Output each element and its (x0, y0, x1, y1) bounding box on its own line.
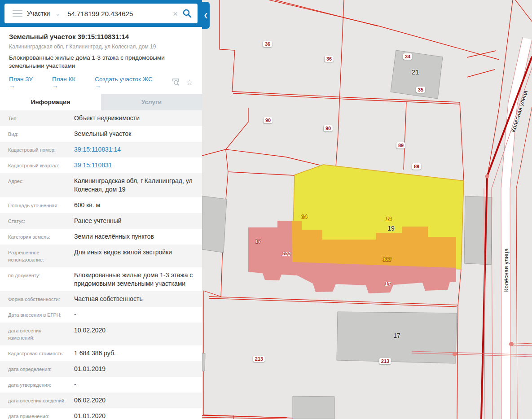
object-address: Калининградская обл, г Калининград, ул К… (9, 44, 193, 50)
object-description: Блокированные жилые дома 1-3 этажа с при… (9, 54, 175, 70)
zoom-document-icon (172, 78, 180, 86)
info-row-value: Объект недвижимости (74, 114, 202, 122)
info-row-value: 10.02.2020 (74, 326, 202, 342)
menu-button[interactable] (13, 9, 22, 18)
create-zhs-link[interactable]: Создать участок ЖС → (95, 76, 160, 89)
road-node-dot (485, 175, 489, 179)
info-row: Статус:Ранее учтенный (0, 213, 202, 229)
info-row-label: Вид: (0, 130, 74, 138)
info-row: Форма собственности:Частная собственност… (0, 291, 202, 307)
zoom-to-object-button[interactable] (172, 78, 180, 87)
collapse-sidebar-button[interactable]: ❮ (202, 2, 210, 29)
info-row: по документу:Блокированные жилые дома 1-… (0, 267, 202, 292)
object-links: План ЗУ →План КК →Создать участок ЖС → ☆ (9, 76, 193, 89)
survey-dot (509, 342, 514, 346)
info-row-value: 1 684 386 руб. (74, 349, 202, 358)
search-box: Участки ⌄ × (4, 4, 198, 23)
info-row: Дата внесения в ЕГРН:- (0, 307, 202, 323)
building-left[interactable] (202, 196, 227, 253)
info-row: дата определения:01.01.2019 (0, 361, 202, 377)
info-row-label: Тип: (0, 114, 74, 122)
chevron-down-icon: ⌄ (55, 11, 60, 17)
info-row-label: Кадастровый квартал: (0, 161, 74, 170)
favorite-star-button[interactable]: ☆ (186, 79, 193, 87)
info-row: дата применения:01.01.2020 (0, 408, 202, 419)
info-row: Тип:Объект недвижимости (0, 110, 202, 126)
object-title: Земельный участок 39:15:110831:14 (9, 33, 193, 40)
search-button[interactable] (181, 8, 193, 20)
info-row-label: Кадастровый номер: (0, 145, 74, 154)
building-right[interactable] (464, 196, 492, 265)
info-row-label: Дата внесения в ЕГРН: (0, 310, 74, 319)
building-17[interactable] (337, 312, 457, 363)
info-row: Кадастровая стоимость:1 684 386 руб. (0, 345, 202, 361)
info-row-value: 01.01.2020 (74, 412, 202, 419)
object-card: Земельный участок 39:15:110831:14 Калини… (0, 27, 202, 94)
info-row-label: Категория земель: (0, 232, 74, 241)
info-row-label: Кадастровая стоимость: (0, 349, 74, 358)
info-row-label: дата внесения сведений: (0, 396, 74, 405)
info-row-value: 01.01.2019 (74, 365, 202, 373)
info-row-label: дата применения: (0, 412, 74, 419)
info-row-label: дата определения: (0, 365, 74, 373)
info-row-value: Ранее учтенный (74, 217, 202, 225)
map-canvas[interactable] (202, 0, 532, 419)
info-row-value: Блокированные жилые дома 1-3 этажа с при… (74, 271, 202, 288)
info-row-value: - (74, 380, 202, 389)
info-row: Адрес:Калининградская обл, г Калининград… (0, 173, 202, 197)
info-row: Разрешенное использование:Для иных видов… (0, 244, 202, 267)
info-row-label: Площадь уточненная: (0, 201, 74, 210)
info-row-value: Для иных видов жилой застройки (74, 248, 202, 264)
info-row-label: дата внесения изменений: (0, 326, 74, 342)
info-row-value-link[interactable]: 39:15:110831 (74, 161, 202, 170)
info-row: дата внесения сведений:06.02.2020 (0, 393, 202, 408)
info-row: Кадастровый номер:39:15:110831:14 (0, 142, 202, 157)
info-row-value: Частная собственность (74, 295, 202, 303)
tab-services[interactable]: Услуги (101, 94, 202, 110)
info-row-value: 600 кв. м (74, 201, 202, 210)
info-row-label: Статус: (0, 217, 74, 225)
info-row-label: по документу: (0, 271, 74, 288)
info-row-value: - (74, 310, 202, 319)
clear-search-button[interactable]: × (169, 9, 181, 18)
sidebar-panel: Участки ⌄ × Земельный участок 39:15:1108… (0, 0, 202, 419)
info-row: Категория земель:Земли населённых пункто… (0, 229, 202, 244)
search-input[interactable] (66, 9, 169, 18)
magnifier-icon (182, 9, 192, 18)
info-row-label: Адрес: (0, 177, 74, 194)
building-bottom[interactable] (293, 396, 334, 419)
plan-zu-link[interactable]: План ЗУ → (9, 76, 40, 89)
search-category-dropdown[interactable]: Участки ⌄ (27, 10, 60, 17)
info-row-value: 06.02.2020 (74, 396, 202, 405)
map-area[interactable]: 3636342135909089891414191712212217172132… (202, 0, 532, 419)
survey-dot (453, 352, 457, 356)
info-row: Вид:Земельный участок (0, 126, 202, 142)
building-21[interactable] (391, 50, 443, 99)
info-row-value-link[interactable]: 39:15:110831:14 (74, 145, 202, 154)
plan-kk-link[interactable]: План КК → (52, 76, 83, 89)
tab-information[interactable]: Информация (0, 94, 101, 110)
info-row-label: Разрешенное использование: (0, 248, 74, 264)
object-actions: ☆ (172, 78, 193, 87)
cadastral-map-app: Участки ⌄ × Земельный участок 39:15:1108… (0, 0, 532, 419)
info-row: дата утверждения:- (0, 377, 202, 393)
panel-tabs: ИнформацияУслуги (0, 94, 202, 110)
info-row-label: Форма собственности: (0, 295, 74, 303)
info-row: дата внесения изменений:10.02.2020 (0, 323, 202, 345)
info-row-value: Земли населённых пунктов (74, 232, 202, 241)
search-bar: Участки ⌄ × (0, 0, 202, 27)
info-row: Площадь уточненная:600 кв. м (0, 197, 202, 213)
info-row-value: Земельный участок (74, 130, 202, 138)
info-row-value: Калининградская обл, г Калининград, ул К… (74, 177, 202, 194)
info-row-label: дата утверждения: (0, 380, 74, 389)
search-category-label: Участки (27, 10, 50, 17)
info-table: Тип:Объект недвижимостиВид:Земельный уча… (0, 110, 202, 419)
info-row: Кадастровый квартал:39:15:110831 (0, 157, 202, 173)
